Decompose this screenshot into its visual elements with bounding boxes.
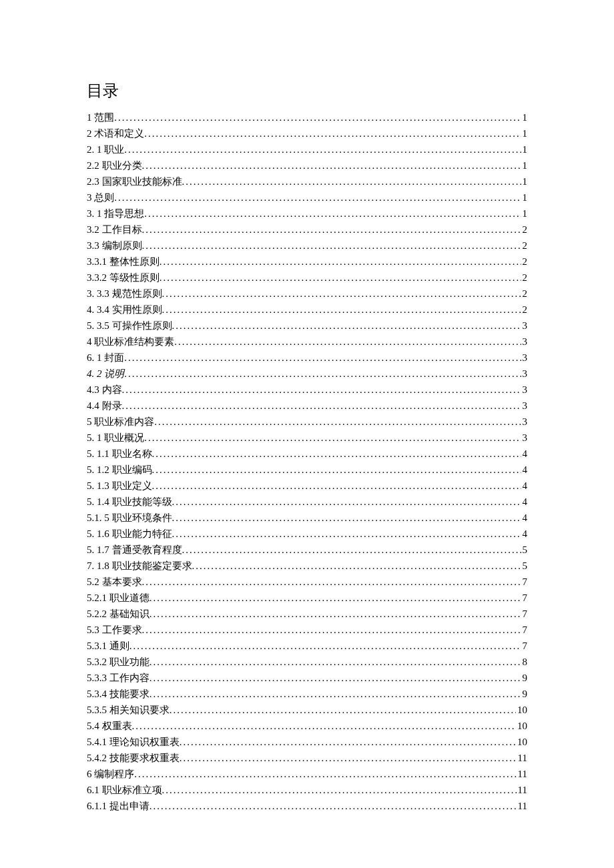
toc-entry-page: 11	[517, 750, 527, 766]
toc-entry: 7. 1.8 职业技能鉴定要求5	[87, 558, 527, 574]
toc-dot-leader	[122, 382, 521, 398]
toc-dot-leader	[182, 173, 521, 189]
toc-entry: 3.3.1 整体性原则2	[87, 254, 527, 270]
toc-entry-label: 3. 3.3 规范性原则	[87, 286, 162, 302]
toc-entry: 3 总则1	[87, 189, 527, 205]
toc-entry-page: 4	[521, 462, 528, 478]
toc-entry-page: 7	[521, 606, 528, 622]
toc-entry-page: 10	[516, 718, 527, 734]
toc-entry: 5. 1.6 职业能力特征4	[87, 526, 527, 542]
toc-entry: 5. 3.5 可操作性原则3	[87, 318, 527, 334]
toc-entry-label: 2 术语和定义	[87, 125, 144, 141]
toc-dot-leader	[180, 750, 517, 766]
toc-entry-label: 5.3.4 技能要求	[87, 686, 149, 702]
toc-dot-leader	[144, 430, 521, 446]
toc-dot-leader	[142, 238, 521, 254]
toc-dot-leader	[142, 574, 521, 590]
toc-entry: 4. 2 说明3	[87, 366, 527, 382]
toc-dot-leader	[149, 798, 517, 814]
toc-entry-page: 8	[521, 654, 528, 670]
toc-dot-leader	[162, 782, 517, 798]
toc-dot-leader	[122, 398, 521, 414]
toc-dot-leader	[149, 654, 521, 670]
toc-entry-label: 5. 1.6 职业能力特征	[87, 526, 172, 542]
toc-entry-page: 3	[521, 366, 528, 382]
toc-entry-page: 1	[521, 157, 528, 173]
toc-entry-label: 5.3.5 相关知识要求	[87, 702, 170, 718]
toc-list: 1 范围12 术语和定义12. 1 职业12.2 职业分类12.3 国家职业技能…	[87, 109, 527, 814]
toc-entry-label: 3.3 编制原则	[87, 238, 142, 254]
toc-entry-label: 5. 1 职业概况	[87, 430, 144, 446]
toc-entry-label: 3 总则	[87, 189, 114, 205]
toc-dot-leader	[144, 205, 521, 222]
toc-entry-label: 2.2 职业分类	[87, 157, 142, 173]
toc-entry-page: 7	[521, 574, 528, 590]
toc-entry-label: 4. 2 说明	[87, 366, 124, 382]
toc-entry-page: 11	[517, 782, 527, 798]
toc-dot-leader	[154, 414, 521, 430]
toc-entry-label: 3.2 工作目标	[87, 222, 142, 238]
toc-entry-page: 1	[521, 189, 528, 205]
toc-entry: 1 范围1	[87, 109, 527, 125]
toc-dot-leader	[152, 446, 521, 462]
toc-entry-page: 3	[521, 414, 528, 430]
toc-entry-label: 4.3 内容	[87, 382, 122, 398]
toc-entry-page: 9	[521, 670, 528, 686]
toc-entry: 2.2 职业分类1	[87, 157, 527, 173]
toc-entry-page: 2	[521, 270, 528, 286]
toc-entry-page: 3	[521, 398, 528, 414]
toc-entry-page: 2	[521, 222, 528, 238]
toc-entry: 5.3.1 通则7	[87, 638, 527, 654]
toc-dot-leader	[124, 350, 521, 366]
toc-dot-leader	[172, 494, 521, 510]
toc-entry: 5.4 权重表10	[87, 718, 527, 734]
toc-entry-label: 3. 1 指导思想	[87, 205, 144, 222]
toc-entry: 5.4.2 技能要求权重表11	[87, 750, 527, 766]
toc-entry-label: 3.3.1 整体性原则	[87, 254, 160, 270]
toc-entry-page: 5	[521, 542, 528, 558]
toc-entry: 5.3.4 技能要求9	[87, 686, 527, 702]
toc-entry-label: 4.4 附录	[87, 398, 122, 414]
toc-entry-page: 3	[521, 382, 528, 398]
toc-entry: 6. 1 封面3	[87, 350, 527, 366]
toc-entry-page: 1	[521, 173, 528, 189]
toc-dot-leader	[162, 302, 521, 318]
toc-entry-page: 1	[521, 125, 528, 141]
toc-entry-label: 5.4.2 技能要求权重表	[87, 750, 180, 766]
toc-entry: 5.4.1 理论知识权重表10	[87, 734, 527, 750]
toc-dot-leader	[172, 510, 521, 526]
toc-entry: 3.3 编制原则2	[87, 238, 527, 254]
toc-dot-leader	[124, 141, 521, 157]
toc-dot-leader	[114, 189, 521, 205]
toc-entry: 3.3.2 等级性原则2	[87, 270, 527, 286]
toc-entry-label: 4. 3.4 实用性原则	[87, 302, 162, 318]
toc-dot-leader	[142, 222, 521, 238]
toc-entry-page: 10	[516, 734, 527, 750]
toc-dot-leader	[170, 702, 516, 718]
toc-entry: 3. 3.3 规范性原则2	[87, 286, 527, 302]
toc-dot-leader	[192, 558, 521, 574]
toc-dot-leader	[129, 638, 521, 654]
toc-entry-page: 2	[521, 238, 528, 254]
toc-entry-label: 1 范围	[87, 109, 114, 125]
toc-dot-leader	[152, 478, 521, 494]
toc-entry-label: 5. 1.4 职业技能等级	[87, 494, 172, 510]
toc-title: 目录	[87, 80, 527, 101]
toc-entry-page: 3	[521, 318, 528, 334]
toc-entry-label: 4 职业标准结构要素	[87, 334, 174, 350]
toc-dot-leader	[149, 686, 521, 702]
toc-entry-page: 4	[521, 526, 528, 542]
toc-dot-leader	[142, 157, 521, 173]
page-container: 目录 1 范围12 术语和定义12. 1 职业12.2 职业分类12.3 国家职…	[0, 0, 614, 814]
toc-entry-page: 9	[521, 686, 528, 702]
toc-entry: 5. 1 职业概况3	[87, 430, 527, 446]
toc-entry-page: 2	[521, 254, 528, 270]
toc-dot-leader	[132, 718, 517, 734]
toc-entry-page: 2	[521, 302, 528, 318]
toc-entry: 5.2 基本要求7	[87, 574, 527, 590]
toc-entry: 2.3 国家职业技能标准1	[87, 173, 527, 189]
toc-entry-page: 10	[516, 702, 527, 718]
toc-entry-label: 5.2.1 职业道德	[87, 590, 149, 606]
toc-entry: 5. 1.1 职业名称4	[87, 446, 527, 462]
toc-entry-label: 2. 1 职业	[87, 141, 124, 157]
